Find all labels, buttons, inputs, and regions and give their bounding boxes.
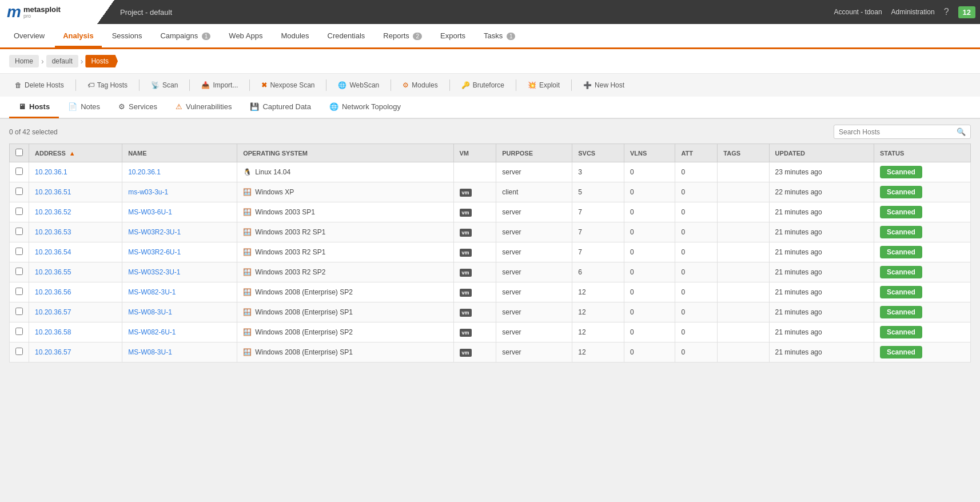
project-label[interactable]: Project - default (120, 8, 172, 17)
header-att[interactable]: ATT (675, 144, 718, 162)
tag-hosts-button[interactable]: 🏷 Tag Hosts (82, 78, 133, 92)
breadcrumb-hosts[interactable]: Hosts (85, 55, 118, 67)
address-link[interactable]: 10.20.36.57 (35, 308, 71, 316)
header-vlns[interactable]: VLNS (624, 144, 675, 162)
breadcrumb-default[interactable]: default (46, 55, 78, 67)
row-checkbox[interactable] (15, 268, 23, 275)
account-label[interactable]: Account - tdoan (834, 8, 882, 16)
row-status: Scanned (874, 202, 970, 222)
search-input[interactable] (839, 128, 957, 136)
row-name: MS-W082-6U-1 (122, 322, 237, 342)
header-purpose[interactable]: PURPOSE (496, 144, 572, 162)
address-link[interactable]: 10.20.36.55 (35, 268, 71, 276)
delete-hosts-label: Delete Hosts (25, 81, 64, 89)
notification-badge[interactable]: 12 (958, 6, 975, 18)
scanned-button[interactable]: Scanned (880, 266, 922, 278)
address-link[interactable]: 10.20.36.51 (35, 188, 71, 196)
bruteforce-button[interactable]: 🔑 Bruteforce (456, 78, 510, 92)
row-checkbox[interactable] (15, 188, 23, 195)
name-link[interactable]: MS-W08-3U-1 (128, 308, 172, 316)
nav-analysis[interactable]: Analysis (55, 26, 101, 47)
tab-services[interactable]: ⚙ Services (109, 97, 166, 118)
tab-hosts[interactable]: 🖥 Hosts (9, 97, 59, 118)
scanned-button[interactable]: Scanned (880, 226, 922, 238)
scanned-button[interactable]: Scanned (880, 326, 922, 338)
tab-notes[interactable]: 📄 Notes (59, 97, 109, 118)
breadcrumb-home[interactable]: Home (9, 55, 39, 67)
tab-services-label: Services (129, 102, 157, 111)
address-link[interactable]: 10.20.36.56 (35, 288, 71, 296)
address-link[interactable]: 10.20.36.53 (35, 228, 71, 236)
modules-button[interactable]: ⚙ Modules (397, 78, 443, 92)
header-updated[interactable]: UPDATED (769, 144, 874, 162)
row-checkbox[interactable] (15, 248, 23, 255)
scanned-button[interactable]: Scanned (880, 306, 922, 318)
name-link[interactable]: MS-W08-3U-1 (128, 348, 172, 356)
row-vlns: 0 (624, 322, 675, 342)
nav-sessions[interactable]: Sessions (104, 26, 150, 47)
header-svcs[interactable]: SVCS (572, 144, 624, 162)
address-link[interactable]: 10.20.36.52 (35, 208, 71, 216)
nav-campaigns[interactable]: Campaigns 1 (152, 26, 218, 47)
scanned-button[interactable]: Scanned (880, 206, 922, 218)
tab-vulnerabilities[interactable]: ⚠ Vulnerabilities (166, 97, 241, 118)
nav-overview[interactable]: Overview (6, 26, 53, 47)
new-host-button[interactable]: ➕ New Host (577, 78, 630, 92)
row-checkbox[interactable] (15, 168, 23, 175)
row-vm: vm (453, 302, 496, 322)
tab-network-topology[interactable]: 🌐 Network Topology (320, 97, 410, 118)
name-link[interactable]: MS-W03R2-6U-1 (128, 248, 181, 256)
name-link[interactable]: MS-W03S2-3U-1 (128, 268, 180, 276)
exploit-icon: 💥 (528, 81, 536, 89)
webscan-button[interactable]: 🌐 WebScan (332, 78, 385, 92)
address-link[interactable]: 10.20.36.1 (35, 168, 67, 176)
nav-tasks[interactable]: Tasks 1 (476, 26, 523, 47)
scanned-button[interactable]: Scanned (880, 346, 922, 358)
nav-exports[interactable]: Exports (432, 26, 473, 47)
row-checkbox[interactable] (15, 308, 23, 315)
exploit-button[interactable]: 💥 Exploit (522, 78, 565, 92)
nav-reports[interactable]: Reports 2 (375, 26, 430, 47)
header-name[interactable]: NAME (122, 144, 237, 162)
table-row: 10.20.36.53 MS-W03R2-3U-1 🪟Windows 2003 … (10, 222, 971, 242)
name-link[interactable]: MS-W03-6U-1 (128, 208, 172, 216)
name-link[interactable]: MS-W03R2-3U-1 (128, 228, 181, 236)
name-link[interactable]: 10.20.36.1 (128, 168, 161, 176)
row-checkbox[interactable] (15, 348, 23, 355)
header-address[interactable]: ADDRESS ▲ (29, 144, 122, 162)
help-icon[interactable]: ? (944, 7, 949, 17)
row-checkbox[interactable] (15, 328, 23, 335)
search-box[interactable]: 🔍 (834, 125, 971, 139)
tab-notes-label: Notes (81, 102, 100, 111)
nexpose-scan-button[interactable]: ✖ Nexpose Scan (256, 78, 320, 92)
tab-captured-data[interactable]: 💾 Captured Data (241, 97, 320, 118)
address-link[interactable]: 10.20.36.57 (35, 348, 71, 356)
name-link[interactable]: MS-W082-6U-1 (128, 328, 176, 336)
header-status[interactable]: STATUS (874, 144, 970, 162)
row-name: MS-W082-3U-1 (122, 282, 237, 302)
scanned-button[interactable]: Scanned (880, 186, 922, 198)
nav-credentials[interactable]: Credentials (320, 26, 373, 47)
header-vm[interactable]: VM (453, 144, 496, 162)
import-button[interactable]: 📥 Import... (196, 78, 244, 92)
address-link[interactable]: 10.20.36.58 (35, 328, 71, 336)
administration-label[interactable]: Administration (891, 8, 935, 16)
header-tags[interactable]: TAGS (718, 144, 769, 162)
address-link[interactable]: 10.20.36.54 (35, 248, 71, 256)
toolbar: 🗑 Delete Hosts 🏷 Tag Hosts 📡 Scan 📥 Impo… (0, 73, 980, 97)
delete-hosts-button[interactable]: 🗑 Delete Hosts (9, 78, 70, 92)
scanned-button[interactable]: Scanned (880, 166, 922, 178)
nav-modules[interactable]: Modules (273, 26, 317, 47)
row-checkbox[interactable] (15, 228, 23, 235)
nav-webapps[interactable]: Web Apps (221, 26, 270, 47)
scanned-button[interactable]: Scanned (880, 246, 922, 258)
header-os[interactable]: OPERATING SYSTEM (237, 144, 453, 162)
row-checkbox[interactable] (15, 288, 23, 295)
name-link[interactable]: ms-w03-3u-1 (128, 188, 168, 196)
select-all-checkbox[interactable] (15, 149, 23, 156)
scanned-button[interactable]: Scanned (880, 286, 922, 298)
nexpose-label: Nexpose Scan (270, 81, 314, 89)
name-link[interactable]: MS-W082-3U-1 (128, 288, 176, 296)
row-checkbox[interactable] (15, 208, 23, 215)
scan-button[interactable]: 📡 Scan (145, 78, 184, 92)
